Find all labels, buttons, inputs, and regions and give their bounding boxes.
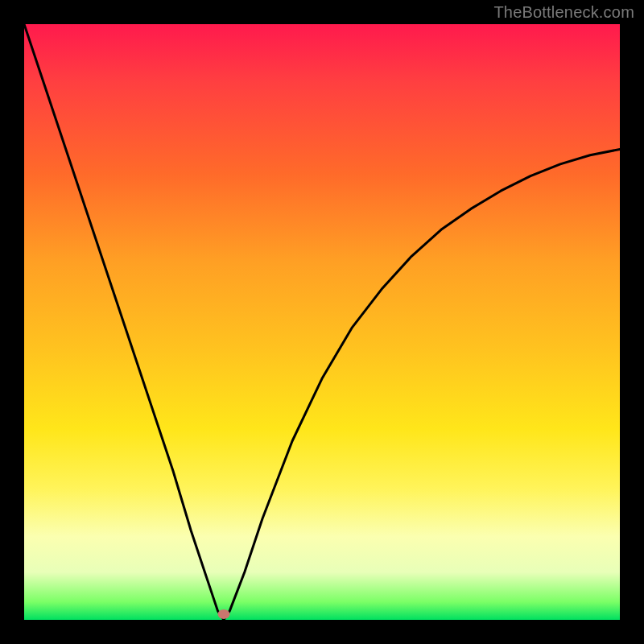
chart-frame: TheBottleneck.com bbox=[0, 0, 644, 644]
plot-area bbox=[24, 24, 620, 620]
watermark-text: TheBottleneck.com bbox=[493, 3, 634, 22]
optimal-point-marker bbox=[217, 609, 229, 619]
bottleneck-curve bbox=[24, 24, 620, 620]
